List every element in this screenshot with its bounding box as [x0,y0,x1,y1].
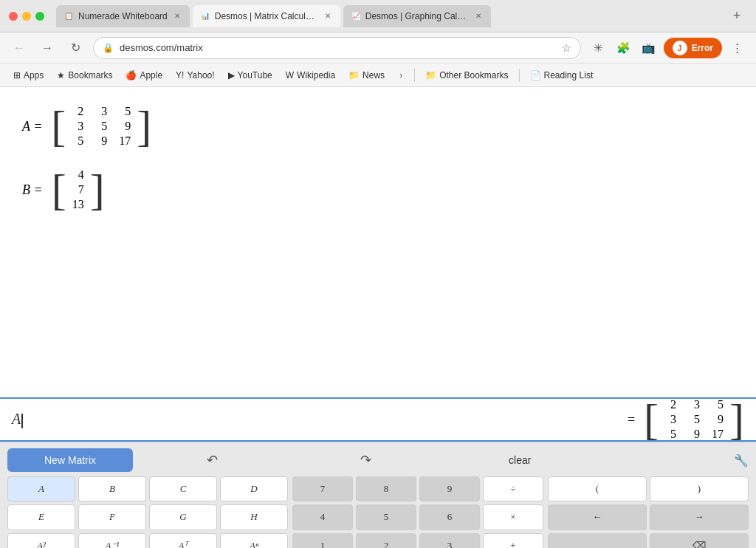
bookmark-item-news[interactable]: 📁 News [343,68,391,83]
clear-button[interactable]: clear [445,454,595,466]
calc-btn-B[interactable]: B [78,476,146,501]
bookmarks-more-button[interactable]: › [392,66,410,84]
redo-icon[interactable]: ↷ [292,452,441,468]
matrix-a-left-bracket: [ [51,104,66,148]
matrix-b-row: B = [ 4713 ] [22,165,734,214]
extensions-icon[interactable]: ✳ [588,38,609,58]
minimize-button[interactable] [22,12,31,21]
result-right-bracket: ] [729,397,744,442]
calc-numpad-btn-9[interactable]: 2 [356,533,416,549]
bookmark-item-bookmarks[interactable]: ★ Bookmarks [51,68,118,83]
tab-close-icon[interactable]: ✕ [172,11,182,21]
bookmark-icon-apps: ⊞ [13,70,21,81]
calc-right-btn-x[interactable]: → [650,504,749,530]
calc-numpad-ops: 789÷456×123+0.✓− [292,476,543,548]
result-cell: 9 [688,428,700,441]
calc-right-btn-[interactable] [548,533,647,549]
calc-numpad-btn-0[interactable]: 7 [292,476,353,501]
input-cursor-text: A [12,411,23,428]
result-cell: 3 [688,398,700,411]
calc-numpad-btn-4[interactable]: 4 [292,504,353,530]
settings-icon[interactable]: 🔧 [599,453,749,467]
tab-bar: 📋 Numerade Whiteboard ✕📊 Desmos | Matrix… [56,5,721,27]
cast-icon[interactable]: 📺 [639,38,659,58]
puzzle-icon[interactable]: 🧩 [614,38,634,58]
calc-btn-A[interactable]: A [7,476,75,501]
tab-title: Numerade Whiteboard [78,11,168,21]
calc-right-btn-x[interactable]: ( [548,476,647,501]
calc-right-btn-x[interactable]: ← [548,504,647,530]
input-row[interactable]: A = [ 2353595917 ] [0,397,756,442]
title-bar: 📋 Numerade Whiteboard ✕📊 Desmos | Matrix… [0,0,756,32]
matrix-a-cells: 2353595917 [66,102,137,151]
profile-avatar: J [673,41,687,55]
calc-btn-G[interactable]: G [149,504,217,530]
calc-numpad-btn-5[interactable]: 5 [356,504,416,530]
calc-numpad-btn-10[interactable]: 3 [419,533,480,549]
matrix-b-cells: 4713 [66,165,90,214]
tab-title: Desmos | Graphing Calcul... [365,11,469,21]
forward-button[interactable]: → [37,38,58,58]
tab-close-icon[interactable]: ✕ [473,11,484,21]
bookmark-item-apps[interactable]: ⊞ Apps [7,68,49,83]
bookmark-label-news: News [362,70,385,81]
bookmark-star-icon[interactable]: ☆ [562,42,571,54]
calc-numpad-btn-3[interactable]: ÷ [483,476,543,501]
calc-btn-H[interactable]: H [220,504,288,530]
matrix-a-cell: 3 [95,105,107,118]
calc-btn-D[interactable]: D [220,476,288,501]
matrix-b-cell: 13 [72,198,84,211]
reload-button[interactable]: ↻ [65,38,86,58]
result-cell: 2 [664,398,676,411]
reading-list[interactable]: 📄Reading List [524,68,599,83]
url-bar[interactable]: 🔒 desmos.com/matrix ☆ [93,37,581,59]
tab-favicon: 📈 [351,11,361,21]
new-tab-button[interactable]: + [726,6,747,27]
calc-btn-E[interactable]: E [7,504,75,530]
browser-tab-tab1[interactable]: 📋 Numerade Whiteboard ✕ [56,5,190,27]
calc-right-grid: ()←→⌫↵ [548,476,749,548]
browser-tab-tab2[interactable]: 📊 Desmos | Matrix Calculator ✕ [193,5,340,27]
matrix-a-cell: 5 [95,120,107,133]
calc-numpad-btn-6[interactable]: 6 [419,504,480,530]
url-text: desmos.com/matrix [120,42,556,53]
calculator: New Matrix ↶ ↷ clear 🔧 ABCDEFGHA²A⁻¹AᵀAⁿ… [0,442,756,548]
calc-right-btn-x[interactable]: ⌫ [650,533,749,549]
matrix-b-right-bracket: ] [90,168,105,212]
tab-title: Desmos | Matrix Calculator [215,11,318,21]
result-cell: 5 [664,428,676,441]
bookmark-item-wikipedia[interactable]: W Wikipedia [280,68,341,83]
main-content: A = [ 2353595917 ] B = [ 4713 ] [0,87,756,397]
browser-tab-tab3[interactable]: 📈 Desmos | Graphing Calcul... ✕ [343,5,491,27]
other-bookmarks[interactable]: 📁Other Bookmarks [419,68,514,83]
calc-btn-F[interactable]: F [78,504,146,530]
bookmark-item-apple[interactable]: 🍎 Apple [120,68,168,83]
bookmark-item-youtube[interactable]: ▶ YouTube [222,68,278,83]
back-button[interactable]: ← [9,38,30,58]
matrix-a-cell: 17 [119,134,131,148]
calc-numpad-btn-7[interactable]: × [483,504,543,530]
bookmark-item-yahoo[interactable]: Y! Yahoo! [170,68,221,83]
close-button[interactable] [9,12,18,21]
calc-right-btn-x[interactable]: ) [650,476,749,501]
calc-numpad-btn-1[interactable]: 8 [356,476,416,501]
new-matrix-button[interactable]: New Matrix [7,448,133,472]
menu-icon[interactable]: ⋮ [726,38,747,58]
maximize-button[interactable] [35,12,44,21]
calc-numpad-btn-11[interactable]: + [483,533,543,549]
profile-button[interactable]: J Error [664,38,722,58]
calc-btn-C[interactable]: C [149,476,217,501]
calc-button-rows: ABCDEFGHA²A⁻¹AᵀAⁿrrefdettrace 789÷456×12… [7,476,749,548]
calc-numpad-btn-2[interactable]: 9 [419,476,480,501]
calc-btn-A[interactable]: Aᵀ [149,533,217,549]
calc-btn-A[interactable]: A² [7,533,75,549]
calc-btn-A[interactable]: A⁻¹ [78,533,146,549]
undo-icon[interactable]: ↶ [137,452,287,468]
tab-close-icon[interactable]: ✕ [323,11,333,21]
calc-btn-A[interactable]: Aⁿ [220,533,288,549]
matrix-a-cell: 5 [72,134,83,148]
result-cell: 17 [712,428,724,441]
result-cell: 5 [712,398,724,411]
calc-top-row: New Matrix ↶ ↷ clear 🔧 [7,448,749,472]
calc-numpad-btn-8[interactable]: 1 [292,533,353,549]
